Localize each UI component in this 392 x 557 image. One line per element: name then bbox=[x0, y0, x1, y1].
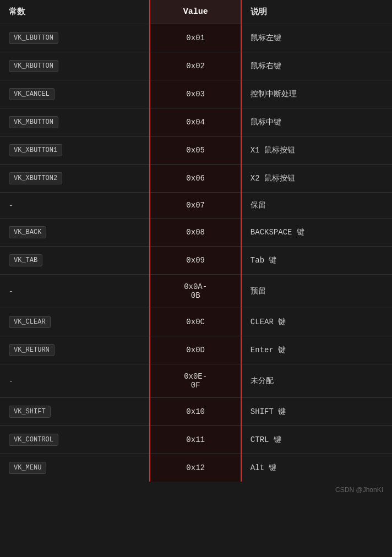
main-table-container: 常数 Value 说明 VK_LBUTTON0x01鼠标左键VK_RBUTTON… bbox=[0, 0, 392, 498]
cell-value: 0x11 bbox=[150, 426, 241, 454]
cell-const: VK_XBUTTON1 bbox=[0, 136, 150, 165]
const-badge: VK_CONTROL bbox=[9, 434, 58, 446]
table-row: VK_BACK0x08BACKSPACE 键 bbox=[0, 219, 392, 247]
cell-const: VK_LBUTTON bbox=[0, 24, 150, 52]
cell-desc: 未分配 bbox=[241, 364, 392, 398]
const-badge: VK_CANCEL bbox=[9, 88, 55, 100]
const-badge: VK_LBUTTON bbox=[9, 32, 58, 44]
cell-value: 0x12 bbox=[150, 454, 241, 482]
table-row: -0x0E- 0F未分配 bbox=[0, 364, 392, 398]
cell-value: 0x10 bbox=[150, 398, 241, 426]
cell-desc: X2 鼠标按钮 bbox=[241, 165, 392, 193]
table-row: VK_CANCEL0x03控制中断处理 bbox=[0, 80, 392, 108]
table-header-row: 常数 Value 说明 bbox=[0, 0, 392, 24]
cell-desc: 保留 bbox=[241, 193, 392, 219]
const-badge: VK_RBUTTON bbox=[9, 60, 58, 72]
cell-value: 0x08 bbox=[150, 219, 241, 247]
footer-text: CSDN @JhonKI bbox=[335, 486, 383, 494]
table-row: VK_CONTROL0x11CTRL 键 bbox=[0, 426, 392, 454]
table-row: VK_RETURN0x0DEnter 键 bbox=[0, 336, 392, 364]
const-badge: VK_TAB bbox=[9, 254, 42, 266]
cell-const: VK_MBUTTON bbox=[0, 108, 150, 136]
cell-desc: 鼠标中键 bbox=[241, 108, 392, 136]
table-row: VK_LBUTTON0x01鼠标左键 bbox=[0, 24, 392, 52]
cell-value: 0x02 bbox=[150, 52, 241, 80]
cell-desc: 鼠标右键 bbox=[241, 52, 392, 80]
cell-desc: Enter 键 bbox=[241, 336, 392, 364]
header-desc: 说明 bbox=[241, 0, 392, 24]
cell-value: 0x01 bbox=[150, 24, 241, 52]
page-footer: CSDN @JhonKI bbox=[0, 482, 392, 498]
table-row: -0x07保留 bbox=[0, 193, 392, 219]
const-badge: VK_CLEAR bbox=[9, 316, 51, 328]
table-row: VK_MBUTTON0x04鼠标中键 bbox=[0, 108, 392, 136]
cell-const: VK_TAB bbox=[0, 247, 150, 275]
cell-desc: 鼠标左键 bbox=[241, 24, 392, 52]
table-row: VK_CLEAR0x0CCLEAR 键 bbox=[0, 308, 392, 336]
const-badge: VK_MBUTTON bbox=[9, 116, 58, 128]
header-const: 常数 bbox=[0, 0, 150, 24]
cell-desc: CTRL 键 bbox=[241, 426, 392, 454]
const-badge: VK_RETURN bbox=[9, 344, 55, 356]
cell-desc: Tab 键 bbox=[241, 247, 392, 275]
cell-const: - bbox=[0, 275, 150, 308]
cell-value: 0x04 bbox=[150, 108, 241, 136]
cell-const: VK_MENU bbox=[0, 454, 150, 482]
header-value: Value bbox=[150, 0, 241, 24]
cell-value: 0x06 bbox=[150, 165, 241, 193]
cell-const: VK_CLEAR bbox=[0, 308, 150, 336]
const-badge: VK_XBUTTON2 bbox=[9, 172, 62, 184]
cell-const: VK_BACK bbox=[0, 219, 150, 247]
table-row: -0x0A- 0B预留 bbox=[0, 275, 392, 308]
const-badge: VK_BACK bbox=[9, 226, 46, 238]
cell-value: 0x0E- 0F bbox=[150, 364, 241, 398]
cell-value: 0x0A- 0B bbox=[150, 275, 241, 308]
cell-value: 0x09 bbox=[150, 247, 241, 275]
table-row: VK_XBUTTON20x06X2 鼠标按钮 bbox=[0, 165, 392, 193]
table-row: VK_SHIFT0x10SHIFT 键 bbox=[0, 398, 392, 426]
const-badge: VK_XBUTTON1 bbox=[9, 144, 62, 156]
cell-const: - bbox=[0, 364, 150, 398]
vk-table: 常数 Value 说明 VK_LBUTTON0x01鼠标左键VK_RBUTTON… bbox=[0, 0, 392, 482]
cell-value: 0x07 bbox=[150, 193, 241, 219]
cell-const: - bbox=[0, 193, 150, 219]
cell-const: VK_RBUTTON bbox=[0, 52, 150, 80]
cell-const: VK_RETURN bbox=[0, 336, 150, 364]
cell-desc: SHIFT 键 bbox=[241, 398, 392, 426]
cell-desc: 预留 bbox=[241, 275, 392, 308]
cell-const: VK_SHIFT bbox=[0, 398, 150, 426]
const-badge: VK_MENU bbox=[9, 462, 46, 474]
const-badge: VK_SHIFT bbox=[9, 406, 51, 418]
cell-desc: 控制中断处理 bbox=[241, 80, 392, 108]
table-row: VK_XBUTTON10x05X1 鼠标按钮 bbox=[0, 136, 392, 165]
cell-desc: BACKSPACE 键 bbox=[241, 219, 392, 247]
cell-const: VK_CONTROL bbox=[0, 426, 150, 454]
cell-value: 0x05 bbox=[150, 136, 241, 165]
table-row: VK_TAB0x09Tab 键 bbox=[0, 247, 392, 275]
cell-value: 0x03 bbox=[150, 80, 241, 108]
table-row: VK_RBUTTON0x02鼠标右键 bbox=[0, 52, 392, 80]
cell-desc: X1 鼠标按钮 bbox=[241, 136, 392, 165]
table-row: VK_MENU0x12Alt 键 bbox=[0, 454, 392, 482]
cell-desc: Alt 键 bbox=[241, 454, 392, 482]
cell-desc: CLEAR 键 bbox=[241, 308, 392, 336]
cell-value: 0x0D bbox=[150, 336, 241, 364]
cell-const: VK_CANCEL bbox=[0, 80, 150, 108]
cell-value: 0x0C bbox=[150, 308, 241, 336]
cell-const: VK_XBUTTON2 bbox=[0, 165, 150, 193]
